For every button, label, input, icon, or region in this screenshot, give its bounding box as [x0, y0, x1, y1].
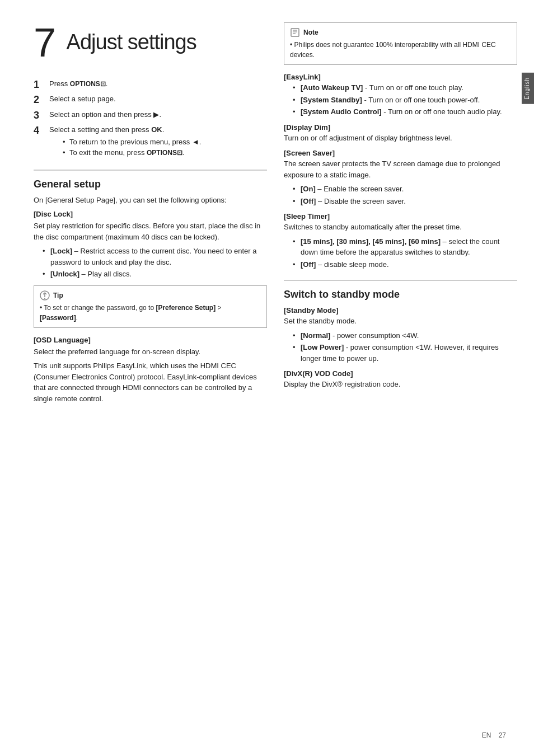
- tip-text: • To set or change the password, go to […: [40, 303, 261, 323]
- tip-header: Tip: [40, 290, 261, 300]
- disc-lock-body: Set play restriction for specific discs.…: [34, 220, 267, 242]
- step-4-num: 4: [34, 124, 47, 137]
- general-setup-heading: General setup: [34, 179, 267, 190]
- page: English 7 Adjust settings 1 Press OPTION…: [0, 0, 534, 756]
- chapter-title: Adjust settings: [67, 30, 196, 54]
- easylink-bullet-3: [System Audio Control] - Turn on or off …: [293, 106, 517, 118]
- divx-code-heading: [DivX(R) VOD Code]: [284, 369, 517, 378]
- screen-saver-bullet-2: [Off] – Disable the screen saver.: [293, 196, 517, 207]
- step-3-num: 3: [34, 109, 47, 122]
- step-3: 3 Select an option and then press ▶.: [34, 109, 267, 122]
- footer-lang: EN: [482, 731, 491, 739]
- right-column: Note • Philips does not guarantee 100% i…: [284, 22, 517, 734]
- standby-mode-bullet-2: [Low Power] - power consumption <1W. How…: [293, 342, 517, 364]
- disc-lock-bullets: [Lock] – Restrict access to the current …: [43, 246, 267, 280]
- disc-lock-heading: [Disc Lock]: [34, 210, 267, 218]
- step-2-text: Select a setup page.: [49, 93, 116, 105]
- step-1-num: 1: [34, 78, 47, 91]
- general-setup-intro: On [General Setup Page], you can set the…: [34, 195, 267, 206]
- side-tab-text: English: [524, 77, 530, 100]
- side-tab: English: [522, 73, 534, 104]
- section-divider-2: [284, 280, 517, 281]
- disc-lock-bullet-1: [Lock] – Restrict access to the current …: [43, 246, 267, 267]
- display-dim-heading: [Display Dim]: [284, 123, 517, 132]
- easylink-heading: [EasyLink]: [284, 73, 517, 81]
- screen-saver-body: The screen saver protects the TV screen …: [284, 158, 517, 180]
- step-1-text: Press OPTIONS⊡.: [49, 78, 107, 90]
- easylink-bullet-2: [System Standby] - Turn on or off one to…: [293, 95, 517, 106]
- step-2-num: 2: [34, 93, 47, 106]
- chapter-heading: 7 Adjust settings: [34, 22, 267, 63]
- osd-language-heading: [OSD Language]: [34, 336, 267, 344]
- step-2: 2 Select a setup page.: [34, 93, 267, 106]
- screen-saver-heading: [Screen Saver]: [284, 149, 517, 157]
- standby-mode-body: Set the standby mode.: [284, 316, 517, 327]
- substep-4-2: To exit the menu, press OPTIONS⊡.: [63, 147, 201, 158]
- divx-code-body: Display the DivX® registration code.: [284, 379, 517, 390]
- note-label: Note: [303, 27, 318, 37]
- sleep-timer-bullets: [15 mins], [30 mins], [45 mins], [60 min…: [293, 236, 517, 270]
- page-footer: EN 27: [482, 731, 506, 739]
- standby-mode-heading: [Standby Mode]: [284, 306, 517, 314]
- sleep-timer-heading: [Sleep Timer]: [284, 212, 517, 220]
- svg-rect-5: [291, 29, 299, 36]
- footer-page-num: 27: [499, 731, 506, 739]
- step-1: 1 Press OPTIONS⊡.: [34, 78, 267, 91]
- disc-lock-bullet-2: [Unlock] – Play all discs.: [43, 269, 267, 280]
- svg-point-4: [44, 298, 45, 299]
- left-column: 7 Adjust settings 1 Press OPTIONS⊡. 2 Se…: [34, 22, 267, 734]
- screen-saver-bullet-1: [On] – Enable the screen saver.: [293, 184, 517, 195]
- switch-standby-heading: Switch to standby mode: [284, 289, 517, 300]
- note-icon: [290, 27, 300, 37]
- easylink-bullets: [Auto Wakeup TV] - Turn on or off one to…: [293, 82, 517, 118]
- easylink-bullet-1: [Auto Wakeup TV] - Turn on or off one to…: [293, 82, 517, 93]
- tip-icon: [40, 290, 50, 300]
- step-4-substeps: To return to the previous menu, press ◄.…: [63, 137, 201, 158]
- step-4-text: Select a setting and then press OK.: [49, 125, 164, 134]
- step-3-text: Select an option and then press ▶.: [49, 109, 161, 120]
- note-header: Note: [290, 27, 511, 37]
- standby-mode-bullet-1: [Normal] - power consumption <4W.: [293, 330, 517, 341]
- sleep-timer-bullet-2: [Off] – disable sleep mode.: [293, 259, 517, 270]
- section-divider-1: [34, 170, 267, 171]
- standby-mode-bullets: [Normal] - power consumption <4W. [Low P…: [293, 330, 517, 364]
- steps-list: 1 Press OPTIONS⊡. 2 Select a setup page.…: [34, 78, 267, 158]
- chapter-number: 7: [34, 20, 55, 65]
- note-box: Note • Philips does not guarantee 100% i…: [284, 22, 517, 65]
- substep-4-1: To return to the previous menu, press ◄.: [63, 137, 201, 148]
- display-dim-body: Turn on or off adjustment of display bri…: [284, 133, 517, 144]
- step-4: 4 Select a setting and then press OK. To…: [34, 124, 267, 158]
- note-text: • Philips does not guarantee 100% intero…: [290, 40, 511, 60]
- easylink-intro: This unit supports Philips EasyLink, whi…: [34, 360, 267, 404]
- sleep-timer-bullet-1: [15 mins], [30 mins], [45 mins], [60 min…: [293, 236, 517, 258]
- sleep-timer-body: Switches to standby automatically after …: [284, 222, 517, 233]
- tip-box: Tip • To set or change the password, go …: [34, 285, 267, 328]
- screen-saver-bullets: [On] – Enable the screen saver. [Off] – …: [293, 184, 517, 206]
- tip-label: Tip: [53, 290, 63, 300]
- osd-language-body: Select the preferred language for on-scr…: [34, 346, 267, 358]
